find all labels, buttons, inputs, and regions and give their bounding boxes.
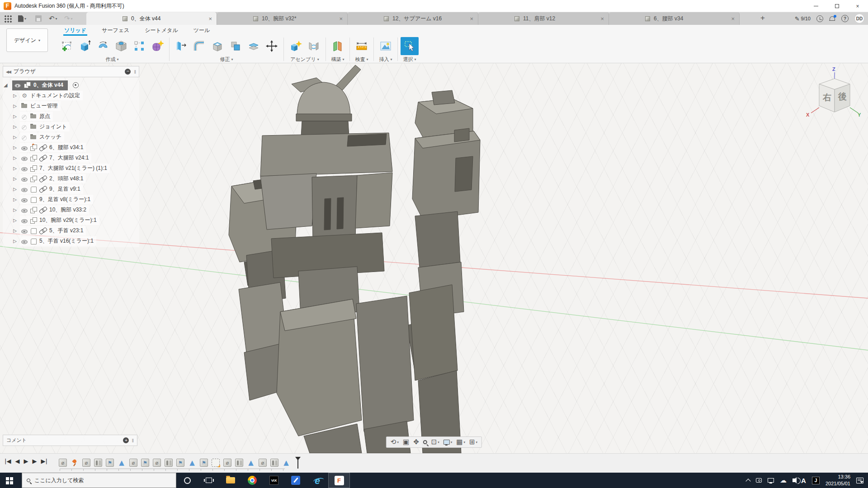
notifications-bell-icon[interactable]	[829, 15, 835, 22]
hidden-icons-chevron[interactable]	[745, 479, 750, 483]
maximize-button[interactable]	[826, 0, 847, 12]
close-tab-icon[interactable]: ×	[731, 15, 735, 22]
timeline-feature-mirror-plane[interactable]: ▲	[118, 459, 126, 467]
timeline-feature-mirror-plane[interactable]: ▲	[188, 459, 196, 467]
step-forward-button[interactable]: ▶	[32, 458, 37, 465]
browser-tree-row[interactable]: ▷原点	[4, 111, 139, 122]
timeline-feature-link[interactable]: ⌀	[153, 459, 161, 467]
user-avatar[interactable]: DD	[854, 14, 864, 23]
group-label-create[interactable]: 作成	[105, 56, 118, 63]
taskbar-app-explorer[interactable]	[220, 473, 241, 488]
collapse-panel-icon[interactable]: ◀◀	[6, 70, 10, 74]
combine-button[interactable]	[226, 37, 245, 55]
taskbar-app-chrome[interactable]	[241, 473, 263, 488]
construction-plane-button[interactable]	[329, 37, 347, 55]
expand-collapse-icon[interactable]: ▷	[12, 176, 18, 181]
expand-collapse-icon[interactable]: ▷	[12, 93, 18, 98]
close-tab-icon[interactable]: ×	[600, 15, 604, 22]
document-tab[interactable]: 6、腰部 v34×	[609, 12, 740, 25]
job-status-button[interactable]: ✎ 9/10	[795, 15, 811, 22]
close-button[interactable]: ×	[847, 0, 868, 12]
add-comment-icon[interactable]: +	[123, 437, 129, 443]
timeline-feature-link[interactable]: ⌀	[82, 459, 90, 467]
ime-mode-indicator[interactable]: A	[801, 477, 806, 484]
browser-tree-row[interactable]: ▷2、頭部 v48:1	[4, 174, 139, 184]
timeline-feature-sketch[interactable]	[212, 459, 220, 467]
timeline-feature-link[interactable]: ⌀	[129, 459, 137, 467]
timeline-feature-link[interactable]: ⌀	[259, 459, 267, 467]
viewcube-face-right[interactable]: 右	[822, 93, 831, 102]
expand-collapse-icon[interactable]: ▷	[12, 239, 18, 244]
timeline-feature-pin[interactable]	[71, 459, 79, 467]
comment-bar[interactable]: コメント + ‖	[3, 435, 137, 446]
play-button[interactable]: ▶	[24, 458, 28, 465]
timeline-feature-mirror-plane[interactable]: ▲	[282, 459, 290, 467]
browser-tree-row[interactable]: ▷スケッチ	[4, 132, 139, 142]
expand-collapse-icon[interactable]: ▷	[12, 207, 18, 212]
action-center-icon[interactable]	[856, 478, 863, 483]
taskbar-search-input[interactable]: ここに入力して検索	[22, 473, 176, 488]
expand-collapse-icon[interactable]: ▷	[12, 114, 18, 119]
expand-collapse-icon[interactable]: ▷	[12, 187, 18, 192]
capture-tray-icon[interactable]	[756, 478, 762, 483]
display-settings-tool[interactable]: ▾	[442, 439, 454, 446]
skip-end-button[interactable]: ▶|	[41, 458, 47, 465]
timeline-feature-flag[interactable]: ⚑	[200, 459, 208, 467]
browser-tree-row[interactable]: ▷ビュー管理	[4, 101, 139, 111]
browser-header[interactable]: ◀◀ ブラウザ − ‖	[3, 66, 139, 77]
pan-tool[interactable]: ✥	[412, 438, 420, 446]
undo-button[interactable]: ↶▾	[49, 12, 57, 25]
expand-collapse-icon[interactable]: ◢	[4, 82, 10, 88]
display-tray-icon[interactable]	[768, 478, 774, 483]
activate-component-radio[interactable]	[73, 82, 79, 88]
ime-pad-icon[interactable]: J	[812, 477, 820, 484]
browser-tree-row[interactable]: ▷7、大腿部 v24:1	[4, 153, 139, 163]
taskbar-app-vix[interactable]: ViX	[263, 473, 285, 488]
visibility-eye-icon[interactable]	[21, 228, 28, 234]
browser-tree-row[interactable]: ▷5、手首 v16(ミラー):1	[4, 236, 139, 246]
timeline-feature-joint[interactable]	[270, 459, 278, 467]
document-tab[interactable]: 10、腕部 v32*×	[217, 12, 348, 25]
browser-tree-row[interactable]: ▷9、足首 v8(ミラー):1	[4, 194, 139, 205]
browser-tree-row[interactable]: ▷7、大腿部 v21(ミラー) (1):1	[4, 163, 139, 174]
taskbar-app-cortana[interactable]	[176, 473, 198, 488]
group-label-insert[interactable]: 挿入	[379, 56, 392, 63]
expand-collapse-icon[interactable]: ▷	[12, 197, 18, 202]
tab-sheetmetal[interactable]: シートメタル	[144, 26, 179, 36]
expand-collapse-icon[interactable]: ▷	[12, 135, 18, 140]
visibility-eye-icon[interactable]	[21, 238, 28, 244]
revolve-button[interactable]	[94, 37, 112, 55]
expand-collapse-icon[interactable]: ▷	[12, 166, 18, 171]
insert-image-button[interactable]	[377, 37, 395, 55]
step-back-button[interactable]: ◀	[15, 458, 19, 465]
viewcube-face-back[interactable]: 後	[838, 92, 847, 101]
app-grid-icon[interactable]	[4, 14, 12, 23]
extrude-button[interactable]	[76, 37, 94, 55]
timeline-feature-joint[interactable]	[235, 459, 243, 467]
group-label-construct[interactable]: 構築	[331, 56, 344, 63]
expand-collapse-icon[interactable]: ▷	[12, 228, 18, 233]
shell-button[interactable]	[208, 37, 226, 55]
timeline-feature-mirror-plane[interactable]: ▲	[247, 459, 255, 467]
visibility-eye-icon[interactable]	[21, 165, 28, 172]
recent-activity-icon[interactable]	[816, 15, 823, 22]
visibility-eye-icon[interactable]	[21, 217, 28, 224]
taskbar-app-pen[interactable]	[285, 473, 307, 488]
close-tab-icon[interactable]: ×	[339, 15, 343, 22]
hole-button[interactable]	[112, 37, 130, 55]
workspace-selector[interactable]: デザイン▾	[6, 28, 48, 52]
browser-tree-row[interactable]: ▷6、腰部 v34:1	[4, 142, 139, 153]
browser-tree-row[interactable]: ▷10、腕部 v29(ミラー):1	[4, 215, 139, 225]
timeline-feature-joint[interactable]	[94, 459, 102, 467]
close-tab-icon[interactable]: ×	[208, 15, 212, 22]
measure-button[interactable]	[353, 37, 371, 55]
group-label-assemble[interactable]: アセンブリ	[290, 56, 319, 63]
timeline-feature-flag[interactable]: ⚑	[141, 459, 149, 467]
redo-button[interactable]: ↷▾	[64, 12, 73, 25]
volume-icon[interactable]	[793, 479, 795, 482]
move-copy-button[interactable]	[263, 37, 281, 55]
group-label-select[interactable]: 選択	[403, 56, 416, 63]
group-label-inspect[interactable]: 検査	[355, 56, 368, 63]
visibility-eye-icon[interactable]	[21, 207, 28, 213]
create-form-button[interactable]	[148, 37, 166, 55]
